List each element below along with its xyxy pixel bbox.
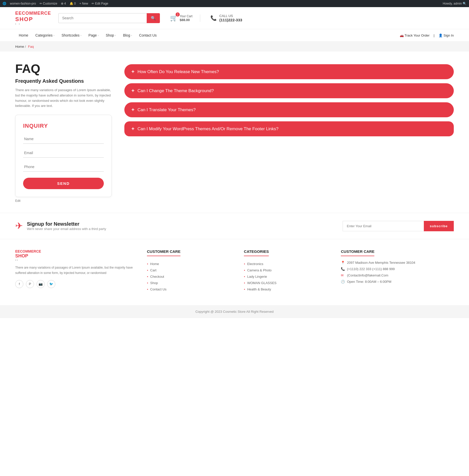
faq-question-3: Can I Translate Your Themes? [138, 107, 196, 112]
faq-title: FAQ [15, 62, 112, 76]
cart-area[interactable]: 2 🛒 Your Cart $88.00 [170, 14, 200, 22]
nav-shortcodes[interactable]: Shortcodes › [58, 29, 85, 41]
call-text: CALL US (111)222-333 [219, 14, 242, 22]
admin-bar: 🌐 women-fashion-pro ✏ Customize ⊕ 4 🔔 0 … [0, 0, 469, 7]
footer-customer-care-1-list: Home Cart Checkout Shop Contact Us [147, 261, 234, 292]
inquiry-title: INQUIRY [23, 123, 104, 129]
faq-plus-icon-4: + [131, 126, 135, 132]
newsletter-form: subscribe [343, 221, 454, 231]
footer-grid: EECOMMERCE SHOP • • There are many varia… [15, 249, 454, 292]
admin-customize[interactable]: ✏ Customize [40, 2, 57, 5]
footer-customer-care-1-title: CUSTOMER CARE [147, 249, 180, 256]
footer-cat-glasses[interactable]: WOMAN GLASSES [244, 280, 331, 286]
cart-badge: 2 [176, 12, 180, 17]
footer-customer-care-2: CUSTOMER CARE 📍 2097 Madison Ave Memphis… [341, 249, 454, 292]
site-footer: EECOMMERCE SHOP • • There are many varia… [0, 239, 469, 298]
newsletter-icon: ✈ [15, 221, 23, 231]
clock-icon: 🕐 [341, 280, 345, 284]
nav-categories[interactable]: Categories › [32, 29, 58, 41]
newsletter-section: ✈ Signup for Newsletter We'll never shar… [0, 213, 469, 239]
footer-address: 📍 2097 Madison Ave Memphis Tennessee 381… [341, 261, 454, 265]
nav-track-order[interactable]: 🚗 Track Your Order [400, 34, 430, 37]
faq-question-2: Can I Change The Theme Background? [138, 88, 214, 93]
footer-link-home[interactable]: Home [147, 261, 234, 267]
copyright-text: Copyright @ 2023 Cosmetic Store All Righ… [195, 310, 274, 314]
footer-about: EECOMMERCE SHOP • • There are many varia… [15, 249, 137, 292]
main-content: FAQ Frequently Asked Questions There are… [0, 52, 469, 213]
faq-item-4[interactable]: + Can I Modify Your WordPress Themes And… [124, 121, 454, 136]
admin-comments[interactable]: ⊕ 4 [61, 2, 66, 5]
nav-page[interactable]: Page › [85, 29, 102, 41]
nav-bar: Home Categories › Shortcodes › Page › Sh… [0, 29, 469, 42]
admin-new[interactable]: + New [79, 2, 88, 5]
social-pinterest[interactable]: P [26, 280, 34, 288]
main-nav: Home Categories › Shortcodes › Page › Sh… [15, 29, 400, 41]
footer-link-checkout[interactable]: Checkout [147, 273, 234, 280]
admin-howdy: Howdy, admin 🔍 [443, 2, 466, 5]
faq-item-1[interactable]: + How Often Do You Release New Themes? [124, 64, 454, 79]
footer-hours: 🕐 Open Time: 8:00AM – 6:00PM [341, 280, 454, 284]
faq-plus-icon-2: + [131, 88, 135, 94]
breadcrumb: Home / Faq [0, 42, 469, 52]
footer-cat-lingerie[interactable]: Lady Lingerie [244, 273, 331, 280]
social-instagram[interactable]: 📷 [37, 280, 45, 288]
newsletter-subtitle: We'll never share your email address wit… [27, 227, 106, 231]
search-button[interactable]: 🔍 [147, 13, 160, 23]
footer-bottom: Copyright @ 2023 Cosmetic Store All Righ… [0, 305, 469, 318]
footer-logo-bottom: SHOP [15, 253, 137, 259]
footer-link-cart[interactable]: Cart [147, 267, 234, 273]
logo-bottom-text: SHOP [15, 16, 33, 23]
cart-text: Your Cart $88.00 [180, 14, 192, 22]
footer-cat-camera[interactable]: Camera & Photo [244, 267, 331, 273]
footer-cat-electronics[interactable]: Electronics [244, 261, 331, 267]
search-form: 🔍 [58, 13, 160, 23]
logo-top-text: EECOMMERCE [15, 11, 51, 16]
faq-item-2[interactable]: + Can I Change The Theme Background? [124, 83, 454, 98]
newsletter-title: Signup for Newsletter [27, 221, 106, 227]
subscribe-button[interactable]: subscribe [424, 221, 454, 231]
faq-plus-icon-3: + [131, 107, 135, 113]
footer-email: ✉ (Contactinfo@fakemail.Com [341, 273, 454, 277]
logo-dots: • • [15, 23, 21, 25]
send-button[interactable]: SEND [23, 178, 104, 189]
footer-link-shop[interactable]: Shop [147, 280, 234, 286]
phone-icon-footer: 📞 [341, 267, 345, 271]
nav-sign-in[interactable]: 👤 Sign In [439, 34, 454, 37]
inquiry-form: INQUIRY SEND [15, 115, 112, 197]
footer-categories-title: CATEGORIES [244, 249, 269, 256]
admin-site-name[interactable]: women-fashion-pro [10, 2, 36, 5]
footer-logo-top: EECOMMERCE [15, 249, 137, 253]
inquiry-name-input[interactable] [23, 134, 104, 144]
newsletter-email-input[interactable] [343, 221, 424, 231]
admin-edit-page[interactable]: ✏ Edit Page [92, 2, 108, 5]
faq-item-3[interactable]: + Can I Translate Your Themes? [124, 102, 454, 117]
cart-icon-wrap[interactable]: 2 🛒 [170, 14, 178, 22]
footer-link-contact[interactable]: Contact Us [147, 286, 234, 292]
edit-link[interactable]: Edit [15, 199, 112, 203]
nav-blog[interactable]: Blog › [120, 29, 136, 41]
site-logo[interactable]: EECOMMERCE SHOP • • [15, 11, 53, 25]
nav-shop[interactable]: Shop › [102, 29, 120, 41]
footer-categories-list: Electronics Camera & Photo Lady Lingerie… [244, 261, 331, 292]
search-input[interactable] [58, 13, 147, 23]
site-header: EECOMMERCE SHOP • • 🔍 2 🛒 Your Cart $88.… [0, 7, 469, 29]
location-icon: 📍 [341, 261, 345, 265]
inquiry-phone-input[interactable] [23, 162, 104, 172]
footer-cat-health[interactable]: Health & Beauty [244, 286, 331, 292]
nav-contact[interactable]: Contact Us [136, 29, 160, 41]
faq-subtitle: Frequently Asked Questions [15, 78, 112, 84]
nav-home[interactable]: Home [15, 29, 32, 41]
inquiry-email-input[interactable] [23, 148, 104, 158]
social-twitter[interactable]: 🐦 [47, 280, 55, 288]
faq-question-1: How Often Do You Release New Themes? [138, 69, 219, 74]
breadcrumb-current: Faq [28, 45, 34, 48]
admin-wp-icon[interactable]: 🌐 [3, 2, 6, 5]
newsletter-text: Signup for Newsletter We'll never share … [27, 221, 106, 231]
footer-categories: CATEGORIES Electronics Camera & Photo La… [244, 249, 331, 292]
phone-icon: 📞 [210, 15, 217, 21]
admin-updates[interactable]: 🔔 0 [70, 2, 76, 5]
faq-description: There are many variations of passages of… [15, 88, 112, 109]
email-icon: ✉ [341, 273, 345, 277]
breadcrumb-home[interactable]: Home [15, 45, 24, 48]
social-facebook[interactable]: f [15, 280, 23, 288]
